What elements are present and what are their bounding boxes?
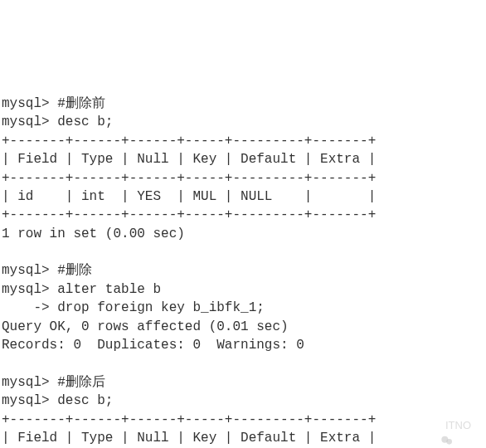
svg-point-1 bbox=[447, 439, 453, 445]
watermark-text: ITNO bbox=[445, 418, 471, 433]
result-summary: 1 row in set (0.00 sec) bbox=[2, 226, 185, 241]
mysql-continuation-line: -> drop foreign key b_ibfk_1; bbox=[2, 300, 265, 315]
watermark: ITNO bbox=[429, 418, 471, 433]
mysql-prompt-line: mysql> alter table b bbox=[2, 282, 161, 297]
query-result-line: Query OK, 0 rows affected (0.01 sec) bbox=[2, 319, 289, 334]
table-border: +-------+------+------+-----+---------+-… bbox=[2, 134, 376, 149]
mysql-prompt-line: mysql> #删除前 bbox=[2, 96, 105, 111]
table-header-row: | Field | Type | Null | Key | Default | … bbox=[2, 431, 376, 446]
table-row: | id | int | YES | MUL | NULL | | bbox=[2, 189, 376, 204]
table-border: +-------+------+------+-----+---------+-… bbox=[2, 207, 376, 222]
wechat-icon bbox=[429, 419, 442, 432]
table-border: +-------+------+------+-----+---------+-… bbox=[2, 171, 376, 186]
mysql-prompt-line: mysql> desc b; bbox=[2, 393, 113, 408]
table-border: +-------+------+------+-----+---------+-… bbox=[2, 412, 376, 427]
table-header-row: | Field | Type | Null | Key | Default | … bbox=[2, 152, 376, 167]
mysql-prompt-line: mysql> #删除 bbox=[2, 263, 92, 278]
mysql-prompt-line: mysql> #删除后 bbox=[2, 375, 105, 390]
query-stats-line: Records: 0 Duplicates: 0 Warnings: 0 bbox=[2, 338, 304, 353]
mysql-prompt-line: mysql> desc b; bbox=[2, 114, 113, 129]
mysql-terminal-output: mysql> #删除前 mysql> desc b; +-------+----… bbox=[2, 76, 484, 448]
